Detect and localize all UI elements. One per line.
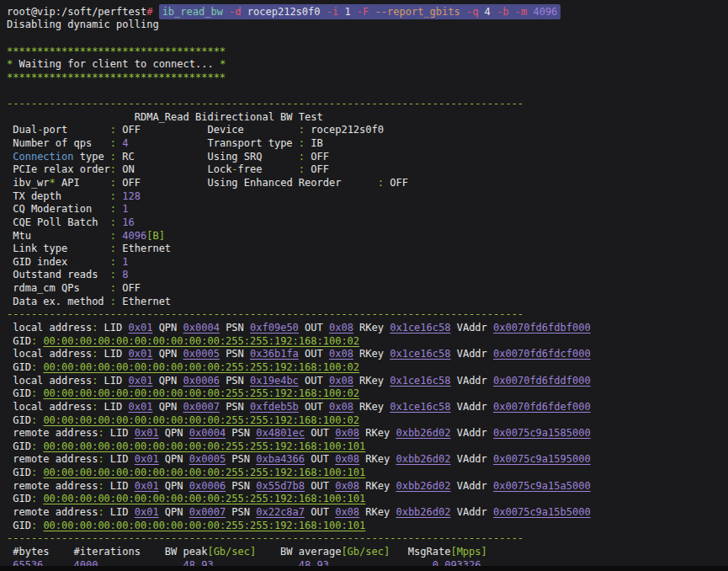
param-line: TX depth : 128 (7, 190, 728, 204)
remote-address-line: remote address: LID 0x01 QPN 0x0004 PSN … (7, 427, 728, 440)
banner-line: ************************************ (7, 45, 728, 59)
gid-line: GID: 00:00:00:00:00:00:00:00:00:00:255:2… (7, 493, 728, 506)
param-line: Number of qps : 4 Transport type : IB (7, 137, 728, 151)
table-header-line: #bytes #iterations BW peak[Gb/sec] BW av… (7, 546, 728, 559)
command-line: root@vip:/soft/perftest# ib_read_bw -d r… (7, 6, 728, 19)
gid-line: GID: 00:00:00:00:00:00:00:00:00:00:255:2… (7, 440, 728, 454)
banner-line: * Waiting for client to connect... * (7, 58, 728, 72)
remote-address-line: remote address: LID 0x01 QPN 0x0007 PSN … (7, 506, 728, 520)
remote-address-line: remote address: LID 0x01 QPN 0x0006 PSN … (7, 480, 728, 494)
selected-command-text[interactable]: ib_read_bw -d rocep212s0f0 -i 1 -F --rep… (159, 4, 561, 19)
local-address-line: local address: LID 0x01 QPN 0x0006 PSN 0… (7, 375, 728, 388)
param-line: Connection type : RC Using SRQ : OFF (7, 151, 728, 164)
gid-line: GID: 00:00:00:00:00:00:00:00:00:00:255:2… (7, 414, 728, 428)
param-line: ibv_wr* API : OFF Using Enhanced Reorder… (7, 177, 728, 190)
local-address-line: local address: LID 0x01 QPN 0x0004 PSN 0… (7, 322, 728, 335)
local-address-line: local address: LID 0x01 QPN 0x0007 PSN 0… (7, 401, 728, 414)
param-line: CQE Poll Batch : 16 (7, 216, 728, 230)
remote-address-line: remote address: LID 0x01 QPN 0x0005 PSN … (7, 453, 728, 467)
gid-line: GID: 00:00:00:00:00:00:00:00:00:00:255:2… (7, 520, 728, 533)
blank-line (7, 32, 728, 45)
local-address-line: local address: LID 0x01 QPN 0x0005 PSN 0… (7, 348, 728, 361)
separator-line: ----------------------------------------… (7, 532, 728, 546)
param-line: Mtu : 4096[B] (7, 230, 728, 243)
separator-line: ----------------------------------------… (7, 308, 728, 322)
separator-line: ----------------------------------------… (7, 98, 728, 111)
terminal-screen[interactable]: ----------------------------------------… (0, 0, 728, 571)
status-line: Disabling dynamic polling (7, 19, 728, 32)
gid-line: GID: 00:00:00:00:00:00:00:00:00:00:255:2… (7, 467, 728, 480)
blank-line (7, 84, 728, 98)
param-line: GID index : 1 (7, 256, 728, 269)
param-line: Link type : Ethernet (7, 243, 728, 256)
param-line: Dual-port : OFF Device : rocep212s0f0 (7, 124, 728, 137)
gid-line: GID: 00:00:00:00:00:00:00:00:00:00:255:2… (7, 335, 728, 349)
banner-line: ************************************ (7, 72, 728, 85)
param-line: Data ex. method : Ethernet (7, 296, 728, 309)
param-line: CQ Moderation : 1 (7, 203, 728, 216)
param-line: Outstand reads : 8 (7, 269, 728, 282)
test-title-line: RDMA_Read Bidirectional BW Test (7, 111, 728, 125)
param-line: PCIe relax order: ON Lock-free : OFF (7, 163, 728, 177)
gid-line: GID: 00:00:00:00:00:00:00:00:00:00:255:2… (7, 361, 728, 375)
gid-line: GID: 00:00:00:00:00:00:00:00:00:00:255:2… (7, 387, 728, 401)
window-bottom-edge (0, 566, 728, 571)
param-line: rdma_cm QPs : OFF (7, 282, 728, 296)
